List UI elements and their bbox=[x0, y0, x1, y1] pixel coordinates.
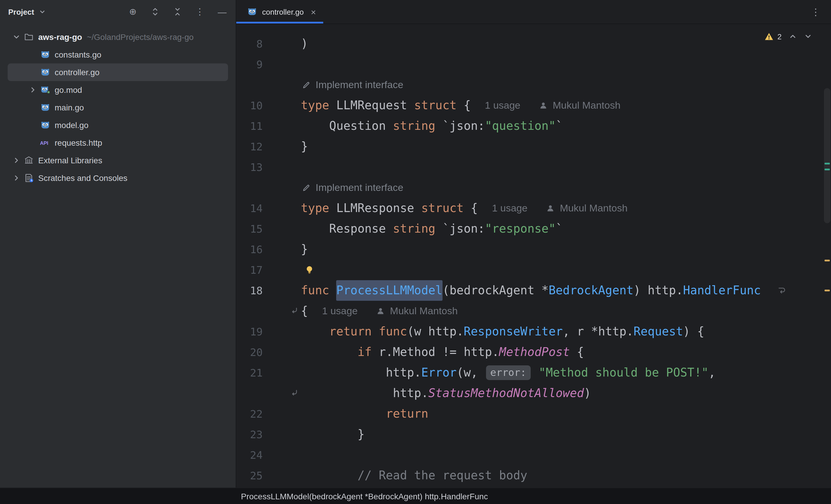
author-inlay[interactable]: Mukul Mantosh bbox=[545, 198, 628, 218]
code-line-wrapped[interactable]: http.StatusMethodNotAllowed) bbox=[263, 383, 591, 404]
ide-window: Project ⊕ ⋮ — aws-rag-go~ bbox=[0, 0, 831, 504]
code-token bbox=[301, 342, 357, 362]
code-vision-line[interactable]: Implement interface bbox=[263, 75, 403, 95]
line-number-24[interactable]: 24 bbox=[236, 445, 263, 465]
line-number-9[interactable]: 9 bbox=[236, 54, 263, 75]
tree-item-external-libraries[interactable]: External Libraries bbox=[8, 152, 228, 169]
tree-item-constants-go[interactable]: constants.go bbox=[8, 46, 228, 63]
line-number-16[interactable]: 16 bbox=[236, 239, 263, 260]
http-request-icon: API bbox=[39, 138, 51, 147]
code-token: LLMResponse bbox=[329, 198, 421, 218]
line-number-13[interactable]: 13 bbox=[236, 157, 263, 177]
usages-inlay[interactable]: 1 usage bbox=[492, 198, 527, 218]
line-number-12[interactable]: 12 bbox=[236, 136, 263, 157]
editor-row: 8) bbox=[236, 33, 831, 54]
code-token: // Read the request body bbox=[357, 465, 527, 486]
tab-controller-go[interactable]: controller.go × bbox=[236, 0, 323, 24]
author-name: Mukul Mantosh bbox=[560, 198, 628, 218]
code-token bbox=[301, 465, 357, 486]
project-view-selector[interactable]: Project bbox=[8, 6, 48, 17]
gutter-blank bbox=[236, 75, 263, 95]
implement-interface-icon bbox=[301, 80, 312, 90]
author-inlay[interactable]: Mukul Mantosh bbox=[538, 95, 621, 116]
code-line-13[interactable] bbox=[263, 157, 301, 177]
editor-options-icon[interactable]: ⋮ bbox=[811, 6, 831, 17]
line-number-25[interactable]: 25 bbox=[236, 465, 263, 486]
code-line-wrapped[interactable]: {1 usageMukul Mantosh bbox=[263, 301, 458, 321]
line-number-21[interactable]: 21 bbox=[236, 362, 263, 383]
code-token: { bbox=[301, 301, 308, 321]
implement-interface-hint[interactable]: Implement interface bbox=[301, 75, 403, 95]
editor-row: 11 Question string `json:"question"` bbox=[236, 116, 831, 136]
code-line-10[interactable]: type LLMRequest struct {1 usageMukul Man… bbox=[263, 95, 621, 116]
code-line-18[interactable]: func ProcessLLMModel(bedrockAgent *Bedro… bbox=[263, 280, 786, 301]
tree-item-go-mod[interactable]: go.mod bbox=[8, 81, 228, 99]
code-token: { bbox=[570, 342, 584, 362]
collapse-all-icon[interactable] bbox=[172, 6, 183, 17]
line-number-17[interactable]: 17 bbox=[236, 260, 263, 280]
code-line-24[interactable] bbox=[263, 445, 301, 465]
code-line-19[interactable]: return func(w http.ResponseWriter, r *ht… bbox=[263, 321, 704, 342]
tree-item-label: External Libraries bbox=[38, 156, 102, 165]
chevron-right-icon[interactable] bbox=[10, 174, 23, 182]
vcs-change-stripe-mark bbox=[825, 169, 830, 170]
editor-scrollbar[interactable] bbox=[823, 24, 831, 487]
code-line-17[interactable] bbox=[263, 260, 314, 280]
line-number-19[interactable]: 19 bbox=[236, 321, 263, 342]
tree-item-label: constants.go bbox=[55, 50, 102, 59]
code-line-9[interactable] bbox=[263, 54, 301, 75]
tree-item-requests-http[interactable]: APIrequests.http bbox=[8, 134, 228, 152]
code-editor[interactable]: 8)9Implement interface10type LLMRequest … bbox=[236, 24, 831, 487]
code-token: struct bbox=[414, 95, 457, 116]
line-number-20[interactable]: 20 bbox=[236, 342, 263, 362]
next-problem-icon[interactable] bbox=[804, 32, 812, 40]
code-line-14[interactable]: type LLMResponse struct {1 usageMukul Ma… bbox=[263, 198, 628, 218]
go-file-icon bbox=[39, 50, 51, 59]
code-token: Question bbox=[301, 116, 393, 136]
code-line-23[interactable]: } bbox=[263, 424, 365, 445]
line-number-22[interactable]: 22 bbox=[236, 404, 263, 424]
chevron-down-icon[interactable] bbox=[10, 33, 23, 41]
scrollbar-thumb[interactable] bbox=[824, 88, 830, 223]
line-number-14[interactable]: 14 bbox=[236, 198, 263, 218]
inspections-widget[interactable]: 2 bbox=[764, 31, 812, 42]
code-token: if bbox=[357, 342, 372, 362]
line-number-23[interactable]: 23 bbox=[236, 424, 263, 445]
expand-all-icon[interactable] bbox=[150, 6, 161, 17]
hide-panel-icon[interactable]: — bbox=[217, 6, 227, 17]
code-line-15[interactable]: Response string `json:"response"` bbox=[263, 218, 563, 239]
code-token: "question" bbox=[485, 116, 556, 136]
code-line-22[interactable]: return bbox=[263, 404, 428, 424]
code-line-16[interactable]: } bbox=[263, 239, 308, 260]
tree-item-scratches-and-consoles[interactable]: Scratches and Consoles bbox=[8, 169, 228, 187]
more-options-icon[interactable]: ⋮ bbox=[195, 6, 205, 17]
code-line-8[interactable]: ) bbox=[263, 33, 308, 54]
line-number-8[interactable]: 8 bbox=[236, 33, 263, 54]
usages-inlay[interactable]: 1 usage bbox=[322, 301, 357, 321]
implement-interface-hint[interactable]: Implement interface bbox=[301, 177, 403, 198]
tree-item-aws-rag-go[interactable]: aws-rag-go~/GolandProjects/aws-rag-go bbox=[8, 28, 228, 46]
code-line-20[interactable]: if r.Method != http.MethodPost { bbox=[263, 342, 584, 362]
close-tab-icon[interactable]: × bbox=[311, 7, 316, 17]
chevron-right-icon[interactable] bbox=[10, 156, 23, 165]
locate-file-icon[interactable]: ⊕ bbox=[127, 6, 138, 17]
chevron-right-icon[interactable] bbox=[26, 86, 39, 94]
tree-item-controller-go[interactable]: controller.go bbox=[8, 63, 228, 81]
usages-inlay[interactable]: 1 usage bbox=[485, 95, 520, 116]
code-line-25[interactable]: // Read the request body bbox=[263, 465, 527, 486]
code-vision-line[interactable]: Implement interface bbox=[263, 177, 403, 198]
code-token: ) bbox=[584, 383, 591, 404]
author-inlay[interactable]: Mukul Mantosh bbox=[375, 301, 458, 321]
code-line-12[interactable]: } bbox=[263, 136, 308, 157]
line-number-18[interactable]: 18 bbox=[236, 280, 263, 301]
line-number-10[interactable]: 10 bbox=[236, 95, 263, 116]
tree-item-main-go[interactable]: main.go bbox=[8, 99, 228, 116]
line-number-15[interactable]: 15 bbox=[236, 218, 263, 239]
tree-item-model-go[interactable]: model.go bbox=[8, 116, 228, 134]
code-line-11[interactable]: Question string `json:"question"` bbox=[263, 116, 563, 136]
code-line-21[interactable]: http.Error(w, error: "Method should be P… bbox=[263, 362, 716, 383]
line-number-11[interactable]: 11 bbox=[236, 116, 263, 136]
code-token: string bbox=[393, 116, 435, 136]
previous-problem-icon[interactable] bbox=[789, 32, 797, 40]
intention-lightbulb-icon[interactable] bbox=[305, 265, 314, 275]
